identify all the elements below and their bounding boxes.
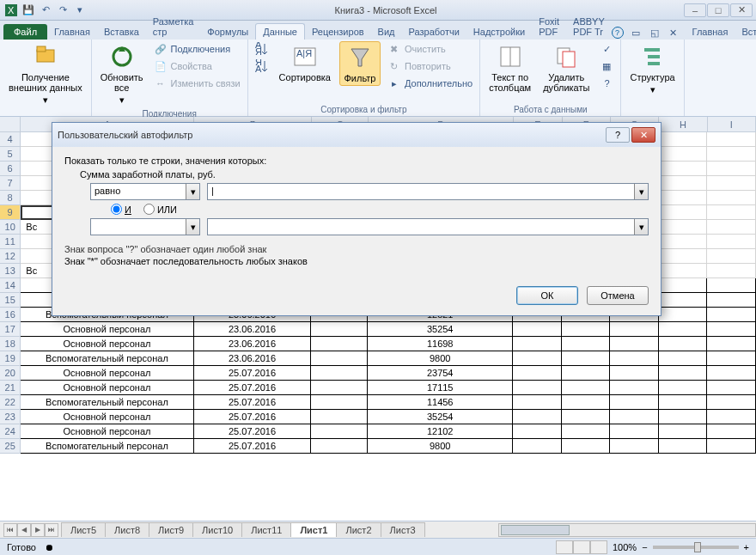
cell-E22[interactable]	[513, 395, 562, 410]
cell-A25[interactable]: Вспомогательный персонал	[21, 439, 193, 454]
cell-H10[interactable]	[659, 220, 708, 235]
cell-A22[interactable]: Вспомогательный персонал	[21, 395, 193, 410]
cell-A18[interactable]: Основной персонал	[21, 337, 193, 351]
cell-A24[interactable]: Основной персонал	[21, 424, 193, 439]
cell-B18[interactable]: 23.06.2016	[194, 337, 312, 351]
or-radio[interactable]: ИЛИ	[143, 204, 177, 215]
data-validation-button[interactable]: ✓	[598, 41, 615, 57]
row-header-21[interactable]: 21	[0, 381, 21, 395]
cell-H17[interactable]	[659, 322, 708, 337]
row-header-23[interactable]: 23	[0, 410, 21, 424]
row-header-17[interactable]: 17	[0, 322, 21, 337]
cell-H19[interactable]	[659, 351, 708, 366]
and-radio[interactable]: И	[111, 204, 131, 215]
view-layout-button[interactable]	[573, 540, 590, 554]
row-header-7[interactable]: 7	[0, 176, 21, 191]
properties-button[interactable]: 📄Свойства	[152, 58, 242, 74]
cell-B25[interactable]: 25.07.2016	[194, 439, 312, 454]
cell-I8[interactable]	[707, 191, 756, 205]
cell-I13[interactable]	[707, 264, 756, 278]
restore-window-icon[interactable]: ◱	[648, 26, 662, 40]
row-header-16[interactable]: 16	[0, 308, 21, 322]
row-header-12[interactable]: 12	[0, 249, 21, 264]
cell-G24[interactable]	[610, 424, 659, 439]
cell-C25[interactable]	[311, 439, 368, 454]
cell-I23[interactable]	[707, 410, 756, 424]
row-header-24[interactable]: 24	[0, 424, 21, 439]
cell-F18[interactable]	[562, 337, 611, 351]
cell-I18[interactable]	[707, 337, 756, 351]
get-external-data-button[interactable]: Получение внешних данных ▾	[5, 41, 86, 107]
cell-H16[interactable]	[659, 308, 708, 322]
tab-Главная[interactable]: Главная	[686, 24, 735, 40]
cell-H22[interactable]	[659, 395, 708, 410]
cell-I9[interactable]	[707, 205, 756, 220]
view-normal-button[interactable]	[556, 540, 573, 554]
dialog-help-button[interactable]: ?	[606, 127, 630, 143]
sheet-tab-Лист1[interactable]: Лист1	[290, 522, 337, 537]
cell-F23[interactable]	[562, 410, 611, 424]
edit-links-button[interactable]: ↔Изменить связи	[152, 76, 242, 91]
sheet-tab-Лист5[interactable]: Лист5	[61, 522, 106, 537]
remove-duplicates-button[interactable]: Удалить дубликаты	[540, 41, 593, 95]
cell-B23[interactable]: 25.07.2016	[194, 410, 312, 424]
qat-more-icon[interactable]: ▾	[72, 3, 88, 18]
sheet-tab-Лист9[interactable]: Лист9	[149, 522, 193, 537]
cell-F25[interactable]	[562, 439, 611, 454]
connections-button[interactable]: 🔗Подключения	[152, 41, 242, 57]
cell-D20[interactable]: 23754	[368, 366, 513, 381]
cell-I12[interactable]	[707, 249, 756, 264]
macro-record-icon[interactable]: ⏺	[45, 542, 54, 552]
cell-H23[interactable]	[659, 410, 708, 424]
cell-I5[interactable]	[707, 147, 756, 162]
tab-Данные[interactable]: Данные	[255, 23, 305, 40]
tab-Foxit PDF[interactable]: Foxit PDF	[532, 14, 566, 40]
sheet-tab-Лист3[interactable]: Лист3	[381, 522, 425, 537]
cell-B21[interactable]: 25.07.2016	[194, 381, 312, 395]
row-header-20[interactable]: 20	[0, 366, 21, 381]
cell-F17[interactable]	[562, 322, 611, 337]
advanced-filter-button[interactable]: ▸Дополнительно	[386, 76, 474, 91]
cell-F24[interactable]	[562, 424, 611, 439]
cell-I22[interactable]	[707, 395, 756, 410]
dialog-close-button[interactable]: ✕	[631, 127, 655, 143]
cell-F21[interactable]	[562, 381, 611, 395]
cell-D24[interactable]: 12102	[368, 424, 513, 439]
cell-E20[interactable]	[513, 366, 562, 381]
cell-G23[interactable]	[610, 410, 659, 424]
tab-Вставка[interactable]: Вставка	[97, 24, 146, 40]
cell-I19[interactable]	[707, 351, 756, 366]
cell-D18[interactable]: 11698	[368, 337, 513, 351]
row-header-25[interactable]: 25	[0, 439, 21, 454]
cell-F20[interactable]	[562, 366, 611, 381]
close-workbook-icon[interactable]: ✕	[667, 26, 680, 40]
condition2-operator-combo[interactable]: ▾	[90, 218, 200, 235]
chevron-down-icon[interactable]: ▾	[634, 219, 648, 235]
cell-E25[interactable]	[513, 439, 562, 454]
cell-D25[interactable]: 9800	[368, 439, 513, 454]
row-header-4[interactable]: 4	[0, 132, 21, 147]
cell-C21[interactable]	[311, 381, 368, 395]
cell-E17[interactable]	[513, 322, 562, 337]
sheet-tab-Лист10[interactable]: Лист10	[192, 522, 242, 537]
help-icon[interactable]: ?	[612, 27, 624, 39]
select-all-corner[interactable]	[0, 117, 21, 131]
cell-G18[interactable]	[610, 337, 659, 351]
scrollbar-thumb[interactable]	[501, 525, 570, 535]
tab-Надстройки[interactable]: Надстройки	[466, 24, 532, 40]
cell-B17[interactable]: 23.06.2016	[194, 322, 312, 337]
cell-C17[interactable]	[311, 322, 368, 337]
cell-H25[interactable]	[659, 439, 708, 454]
row-header-19[interactable]: 19	[0, 351, 21, 366]
cell-I14[interactable]	[707, 278, 756, 293]
chevron-down-icon[interactable]: ▾	[634, 184, 648, 199]
cell-D17[interactable]: 35254	[368, 322, 513, 337]
row-header-18[interactable]: 18	[0, 337, 21, 351]
cell-G17[interactable]	[610, 322, 659, 337]
tab-Главная[interactable]: Главная	[47, 24, 97, 40]
cell-B22[interactable]: 25.07.2016	[194, 395, 312, 410]
cell-I7[interactable]	[707, 176, 756, 191]
cell-F22[interactable]	[562, 395, 611, 410]
col-header-I[interactable]: I	[708, 117, 756, 131]
cell-G19[interactable]	[610, 351, 659, 366]
